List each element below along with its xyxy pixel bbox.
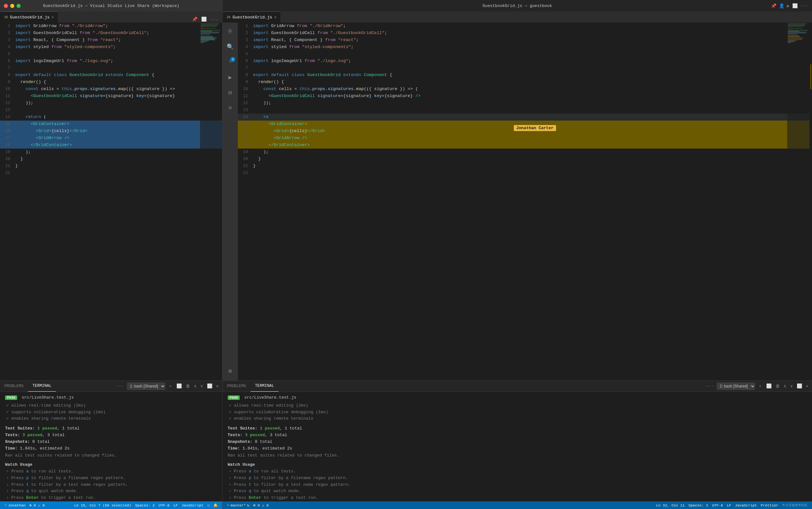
line-content: import React, { Component } from "react"… [253,37,359,43]
line-number: 3 [238,37,253,43]
left-errors[interactable]: ⊗ 0 ⚠ 0 [27,501,46,509]
line-number: 17 [0,135,15,142]
left-terminal-selector[interactable]: 1: bash [Shared] [127,382,165,390]
left-terminal-tab[interactable]: TERMINAL [28,380,56,392]
right-terminal-tab[interactable]: TERMINAL [251,380,279,392]
ellipsis-icon[interactable]: ··· [115,383,125,390]
line-content: <GridContainer> [253,121,307,128]
table-row: 14 return ( [0,113,222,121]
left-tab-actions: 📌 ⬜ ··· [188,16,222,23]
right-problems-tab[interactable]: PROBLEMS [223,380,251,392]
line-content: <Grid>{cells}</Grid> [253,128,325,135]
liveshare-icon[interactable]: ⊘ [224,101,236,114]
left-eol[interactable]: LF [171,501,180,509]
left-tab-guestbookgrid[interactable]: JS GuestbookGrid.js ✕ [0,11,58,23]
minimap-content [200,23,222,380]
line-content: import styled from "styled-components"; [15,43,116,50]
close-panel-icon[interactable]: ✕ [215,382,220,390]
line-content: export default class GuestbookGrid exten… [253,72,392,78]
line-content: <Grid>{cells}</Grid> [15,128,87,135]
right-tab-guestbookgrid[interactable]: JS GuestbookGrid.js ✕ [223,11,281,23]
debug-icon[interactable]: ▶ [224,71,236,84]
snapshots-line: Snapshots: 0 total [5,439,217,445]
table-row: 6import logoImageUrl from "./logo.svg"; [0,58,222,65]
right-pin-icon[interactable]: 📌 [771,3,776,9]
right-more-icon[interactable]: ··· [800,3,808,8]
table-row: 19 ); [238,148,812,156]
left-position-text: Ln 15, Col 7 (89 selected) [74,503,131,507]
search-icon[interactable]: 🔍 [224,40,236,53]
left-eol-text: LF [173,503,178,507]
line-number: 3 [0,37,15,43]
left-terminal-content: PASS src/LiveShare.test.js ✓ allows real… [0,392,222,501]
files-icon[interactable]: ⎘ [224,25,236,38]
extensions-icon[interactable]: ⊟ [224,86,236,99]
left-smiley[interactable]: ☺ [206,501,212,509]
line-number: 16 [238,128,253,135]
left-git-branch[interactable]: ⑂ Jonathan [3,501,27,509]
right-prettier[interactable]: Prettier [759,501,780,509]
right-ellipsis-icon[interactable]: ··· [705,383,714,390]
right-liveshare-icon[interactable]: 👤 [779,3,784,9]
left-position[interactable]: Ln 15, Col 7 (89 selected) [72,501,133,509]
right-split-icon[interactable]: ⬜ [792,3,798,9]
left-code-lines: 1import GridArrow from "./GridArrow";2im… [0,23,222,176]
source-control-icon[interactable]: ⑂ 3 [224,56,236,68]
table-row: 12 )); [238,100,812,107]
right-language[interactable]: JavaScript [733,501,759,509]
maximize-panel-icon[interactable]: ⬜ [206,382,213,390]
watch-item-q: › Press q to quit watch mode. [6,488,217,495]
right-play-icon[interactable]: ▶ [787,3,789,9]
right-delete-terminal-icon[interactable]: 🗑 [774,383,781,390]
right-maximize-panel-icon[interactable]: ⬜ [796,382,803,390]
delete-terminal-icon[interactable]: 🗑 [185,383,191,390]
right-git-branch[interactable]: ⑂ master* ↻ [225,501,252,509]
add-terminal-icon[interactable]: ＋ [167,382,174,390]
settings-icon[interactable]: ⚙ [224,365,236,377]
close-button[interactable] [4,4,8,8]
right-close-panel-icon[interactable]: ✕ [805,382,809,390]
pin-icon[interactable]: 📌 [191,16,198,23]
table-row: 9 render() { [238,78,812,86]
right-panel-tabs: PROBLEMS TERMINAL ··· 2: bash [Shared] ＋… [223,381,812,392]
line-number: 13 [238,107,253,113]
left-language[interactable]: JavaScript [180,501,206,509]
right-sync-icon[interactable]: ↻ [247,503,249,508]
left-spaces[interactable]: Spaces: 2 [133,501,157,509]
right-spaces[interactable]: Spaces: 2 [687,501,710,509]
right-scrollbar[interactable] [809,23,812,380]
table-row: 5 [0,50,222,58]
right-scroll-down-icon[interactable]: ∨ [789,382,793,390]
right-add-terminal-icon[interactable]: ＋ [757,382,763,390]
right-branch-icon: ⑂ [227,503,229,507]
line-number: 4 [238,43,253,50]
maximize-button[interactable] [16,4,21,8]
right-eol[interactable]: LF [725,501,733,509]
line-number: 15 [238,121,253,128]
left-tab-close[interactable]: ✕ [51,14,54,20]
left-title: GuestbookGrid.js — Visual Studio Live Sh… [43,3,179,8]
line-number: 6 [0,58,15,65]
more-actions-icon[interactable]: ··· [210,16,219,23]
right-code-area[interactable]: 1import GridArrow from "./GridArrow";2im… [238,23,812,380]
line-content: re [253,113,269,121]
left-problems-tab[interactable]: PROBLEMS [0,380,28,392]
right-encoding[interactable]: UTF-8 [710,501,725,509]
scroll-up-icon[interactable]: ∧ [193,382,197,390]
left-encoding[interactable]: UTF-8 [157,501,172,509]
right-scroll-up-icon[interactable]: ∧ [783,382,787,390]
right-position[interactable]: Ln 32, Col 11 [654,501,687,509]
table-row: 11 <GuestbookGridCell signature={signatu… [238,93,812,100]
minimize-button[interactable] [10,4,14,8]
left-bell[interactable]: 🔔 [212,501,220,509]
left-language-text: JavaScript [182,503,204,507]
split-editor-icon[interactable]: ⬜ [200,16,207,23]
right-terminal-selector[interactable]: 2: bash [Shared] [716,382,755,390]
right-tab-close[interactable]: ✕ [274,14,276,20]
right-split-terminal-icon[interactable]: ⬜ [765,382,773,390]
left-code-area[interactable]: 1import GridArrow from "./GridArrow";2im… [0,23,222,380]
table-row: 5 [238,50,812,58]
scroll-down-icon[interactable]: ∨ [199,382,204,390]
split-terminal-icon[interactable]: ⬜ [176,382,183,390]
right-errors[interactable]: ⊗ 0 ⚠ 0 [252,501,270,509]
